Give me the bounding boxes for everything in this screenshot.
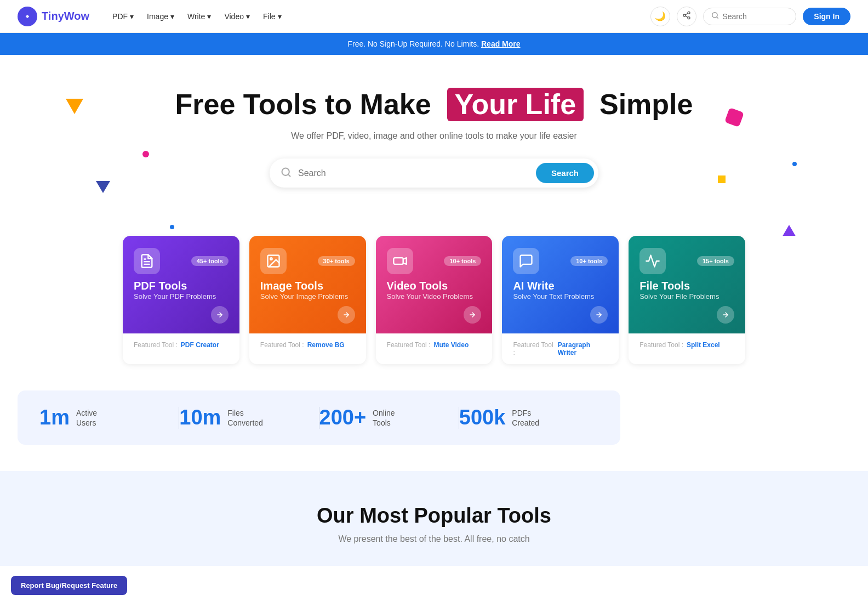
stat-number-2: 200+: [319, 406, 367, 429]
tools-badge-file: 15+ tools: [697, 256, 734, 266]
hero-subtext: We offer PDF, video, image and other onl…: [18, 131, 850, 141]
svg-rect-16: [393, 258, 403, 264]
card-subtitle-image: Solve Your Image Problems: [260, 292, 355, 301]
tool-card-file[interactable]: 15+ tools File Tools Solve Your File Pro…: [629, 236, 745, 364]
chevron-down-icon: ▾: [207, 12, 211, 21]
featured-tool-ai[interactable]: Paragraph Writer: [558, 341, 608, 356]
stat-1: 10m FilesConverted: [179, 406, 318, 429]
blue-triangle-shape: [96, 181, 110, 193]
card-title-ai: AI Write: [513, 280, 608, 292]
moon-icon: 🌙: [655, 11, 666, 21]
pink-dot-shape: [142, 151, 149, 157]
nav-search-input[interactable]: [722, 12, 788, 21]
dark-mode-toggle[interactable]: 🌙: [650, 7, 670, 26]
card-arrow-video[interactable]: [464, 306, 481, 324]
featured-tool-file[interactable]: Split Excel: [687, 341, 720, 349]
tools-badge-pdf: 45+ tools: [191, 256, 229, 266]
popular-title: Our Most Popular Tools: [18, 504, 850, 528]
tool-card-ai[interactable]: 10+ tools AI Write Solve Your Text Probl…: [502, 236, 619, 364]
nav-write[interactable]: Write ▾: [182, 9, 216, 24]
card-title-image: Image Tools: [260, 280, 355, 292]
card-arrow-pdf[interactable]: [211, 306, 229, 324]
stat-number-1: 10m: [179, 406, 221, 429]
stat-number-0: 1m: [39, 406, 70, 429]
video-icon: [387, 248, 413, 274]
featured-tool-video[interactable]: Mute Video: [433, 341, 469, 349]
svg-line-4: [686, 16, 688, 18]
popular-section: Our Most Popular Tools We present the be…: [0, 471, 868, 566]
sign-in-button[interactable]: Sign In: [803, 8, 850, 25]
featured-tool-pdf[interactable]: PDF Creator: [181, 341, 219, 349]
stat-0: 1m ActiveUsers: [39, 406, 179, 429]
tools-badge-ai: 10+ tools: [570, 256, 608, 266]
promo-banner: Free. No Sign-Up Required. No Limits. Re…: [0, 33, 868, 55]
nav-pdf[interactable]: PDF ▾: [107, 9, 139, 24]
blue-dot3-shape: [170, 225, 174, 229]
tool-card-video[interactable]: 10+ tools Video Tools Solve Your Video P…: [376, 236, 493, 364]
card-arrow-ai[interactable]: [590, 306, 608, 324]
tools-badge-image: 30+ tools: [318, 256, 355, 266]
search-icon: [281, 167, 292, 180]
featured-label-video: Featured Tool :: [387, 341, 431, 349]
tool-card-pdf[interactable]: 45+ tools PDF Tools Solve Your PDF Probl…: [123, 236, 239, 364]
stat-label-1: FilesConverted: [227, 408, 263, 428]
chevron-down-icon: ▾: [170, 12, 174, 21]
stat-label-0: ActiveUsers: [76, 408, 97, 428]
svg-marker-17: [403, 258, 406, 264]
nav-links: PDF ▾ Image ▾ Write ▾ Video ▾ File ▾: [107, 9, 650, 24]
nav-search-box[interactable]: [703, 8, 796, 25]
card-title-file: File Tools: [639, 280, 734, 292]
chevron-down-icon: ▾: [130, 12, 134, 21]
stat-label-3: PDFsCreated: [512, 408, 539, 428]
card-subtitle-ai: Solve Your Text Problems: [513, 292, 608, 301]
stat-2: 200+ OnlineTools: [319, 406, 459, 429]
nav-file[interactable]: File ▾: [258, 9, 287, 24]
hero-search-button[interactable]: Search: [536, 163, 594, 183]
hero-headline: Free Tools to Make Your Life Simple: [18, 88, 850, 121]
logo-text: TinyWow: [42, 10, 89, 22]
chevron-down-icon: ▾: [246, 12, 250, 21]
ai-icon: [513, 248, 539, 274]
featured-label-image: Featured Tool :: [260, 341, 304, 349]
featured-label-ai: Featured Tool :: [513, 341, 554, 356]
featured-tool-image[interactable]: Remove BG: [307, 341, 345, 349]
svg-line-9: [288, 174, 290, 177]
stat-label-2: OnlineTools: [373, 408, 395, 428]
nav-right: 🌙 Sign In: [650, 7, 850, 26]
tools-badge-video: 10+ tools: [444, 256, 481, 266]
nav-image[interactable]: Image ▾: [141, 9, 180, 24]
image-icon: [260, 248, 287, 274]
card-title-video: Video Tools: [387, 280, 482, 292]
popular-subtitle: We present the best of the best. All fre…: [18, 534, 850, 544]
tool-cards-row: 45+ tools PDF Tools Solve Your PDF Probl…: [105, 236, 763, 390]
hero-section: Free Tools to Make Your Life Simple We o…: [0, 55, 868, 236]
card-arrow-image[interactable]: [338, 306, 355, 324]
navbar: TinyWow PDF ▾ Image ▾ Write ▾ Video ▾ Fi…: [0, 0, 868, 33]
chevron-down-icon: ▾: [278, 12, 282, 21]
card-subtitle-pdf: Solve Your PDF Problems: [134, 292, 229, 301]
search-icon: [711, 12, 719, 21]
stats-row: 1m ActiveUsers 10m FilesConverted 200+ O…: [18, 390, 620, 445]
yellow-square-shape: [718, 175, 726, 183]
share-button[interactable]: [677, 7, 696, 26]
share-icon: [682, 11, 691, 22]
tool-card-image[interactable]: 30+ tools Image Tools Solve Your Image P…: [249, 236, 366, 364]
pdf-icon: [134, 248, 160, 274]
card-subtitle-file: Solve Your File Problems: [639, 292, 734, 301]
card-arrow-file[interactable]: [717, 306, 734, 324]
svg-line-7: [717, 16, 718, 18]
nav-video[interactable]: Video ▾: [219, 9, 255, 24]
hero-search-bar: Search: [270, 158, 598, 188]
stat-number-3: 500k: [459, 406, 506, 429]
logo[interactable]: TinyWow: [18, 7, 89, 26]
svg-point-14: [270, 258, 272, 260]
file-icon: [639, 248, 666, 274]
blue-dot2-shape: [792, 162, 797, 166]
card-title-pdf: PDF Tools: [134, 280, 229, 292]
read-more-link[interactable]: Read More: [481, 39, 521, 48]
svg-line-5: [686, 13, 688, 15]
hero-search-input[interactable]: [292, 166, 536, 180]
card-subtitle-video: Solve Your Video Problems: [387, 292, 482, 301]
logo-icon: [18, 7, 37, 26]
stat-3: 500k PDFsCreated: [459, 406, 598, 429]
